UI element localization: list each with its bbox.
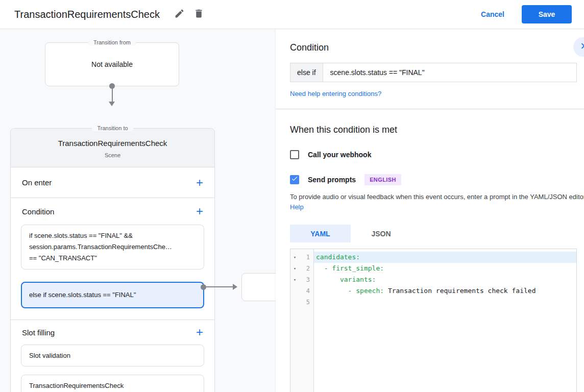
panel-divider xyxy=(276,109,584,109)
yaml-code-editor[interactable]: ▾ 1 ▾ 2 ▾ 3 4 5 xyxy=(290,249,577,392)
line-number: 4 xyxy=(299,287,313,295)
cancel-button[interactable]: Cancel xyxy=(481,10,504,18)
branch-connector-dot xyxy=(201,284,206,290)
send-prompts-checkbox[interactable] xyxy=(290,175,299,184)
line-number: 1 xyxy=(299,254,313,261)
conditions-help-link[interactable]: Need help entering conditions? xyxy=(290,90,381,97)
condition-input-group: else if xyxy=(290,63,577,82)
connector-arrowhead-icon xyxy=(109,102,115,106)
on-enter-label: On enter xyxy=(22,178,52,187)
edit-scene-button[interactable] xyxy=(170,5,189,24)
add-condition-button[interactable]: + xyxy=(196,206,203,216)
code-line-empty xyxy=(314,297,576,308)
branch-connector-line xyxy=(206,286,233,287)
scene-type-label: Scene xyxy=(11,152,214,158)
editor-code-area[interactable]: candidates: - first_simple: variants: - … xyxy=(314,249,576,392)
code-line: - speech: Transaction requirements check… xyxy=(314,285,576,297)
add-slot-button[interactable]: + xyxy=(196,327,203,337)
webhook-row: Call your webhook xyxy=(290,150,577,159)
editor-gutter: ▾ 1 ▾ 2 ▾ 3 4 5 xyxy=(290,249,314,392)
on-enter-section: On enter + xyxy=(11,167,214,198)
transition-from-node: Transition from Not available xyxy=(45,42,179,86)
transition-to-card: Transition to TransactionRequirementsChe… xyxy=(10,128,215,392)
send-prompts-label: Send prompts xyxy=(308,176,356,184)
slot-item-transaction-requirements[interactable]: TransactionRequirementsCheck xyxy=(21,375,204,392)
condition-item-else-if-selected[interactable]: else if scene.slots.status == "FINAL" xyxy=(21,282,204,308)
line-number: 2 xyxy=(299,265,313,272)
delete-scene-button[interactable] xyxy=(189,5,209,24)
code-line: variants: xyxy=(314,274,576,285)
tab-yaml[interactable]: YAML xyxy=(290,225,351,242)
condition-detail-panel: Condition else if Need help entering con… xyxy=(276,29,584,392)
condition-section-label: Condition xyxy=(22,207,54,216)
page-title: TransactionRequirementsCheck xyxy=(14,9,160,20)
transition-from-content: Not available xyxy=(45,43,179,86)
fold-toggle-icon[interactable]: ▾ xyxy=(290,255,299,260)
condition-expression-input[interactable] xyxy=(323,63,577,82)
when-condition-met-title: When this condition is met xyxy=(290,125,577,135)
call-webhook-label: Call your webhook xyxy=(308,151,371,159)
chevron-right-icon xyxy=(577,40,584,54)
condition-prefix-label: else if xyxy=(290,63,323,82)
condition-item-if[interactable]: if scene.slots.status == "FINAL" && sess… xyxy=(21,225,204,270)
slot-filling-label: Slot filling xyxy=(22,328,55,337)
connector-line xyxy=(112,87,113,103)
pencil-icon xyxy=(174,8,185,21)
send-prompts-row: Send prompts ENGLISH xyxy=(290,174,577,185)
editor-format-tabs: YAML JSON xyxy=(290,225,577,242)
add-on-enter-button[interactable]: + xyxy=(196,178,203,188)
top-bar: TransactionRequirementsCheck Cancel Save xyxy=(0,0,584,29)
line-number: 5 xyxy=(299,299,313,306)
language-badge: ENGLISH xyxy=(364,174,401,185)
scene-card-header: TransactionRequirementsCheck Scene xyxy=(11,129,214,167)
scene-name: TransactionRequirementsCheck xyxy=(11,139,214,148)
fold-toggle-icon[interactable]: ▾ xyxy=(290,277,299,282)
trash-icon xyxy=(193,8,204,21)
line-number: 3 xyxy=(299,276,313,283)
slot-item-validation[interactable]: Slot validation xyxy=(21,345,204,366)
prompt-hint-text: To provide audio or visual feedback when… xyxy=(290,192,584,212)
save-button[interactable]: Save xyxy=(522,5,572,23)
code-line-active: candidates: xyxy=(314,252,576,263)
panel-title: Condition xyxy=(290,29,577,53)
checkmark-icon xyxy=(291,175,298,184)
fold-toggle-icon[interactable]: ▾ xyxy=(290,266,299,271)
code-line: - first_simple: xyxy=(314,263,576,274)
slot-filling-section: Slot filling + Slot validation Transacti… xyxy=(11,320,214,392)
tab-json[interactable]: JSON xyxy=(351,225,411,242)
call-webhook-checkbox[interactable] xyxy=(290,150,299,159)
branch-arrowhead-icon xyxy=(233,284,237,290)
condition-section: Condition + if scene.slots.status == "FI… xyxy=(11,198,214,320)
scene-flow-canvas: Transition from Not available Transition… xyxy=(0,29,276,392)
prompt-help-link[interactable]: Help xyxy=(290,203,304,211)
